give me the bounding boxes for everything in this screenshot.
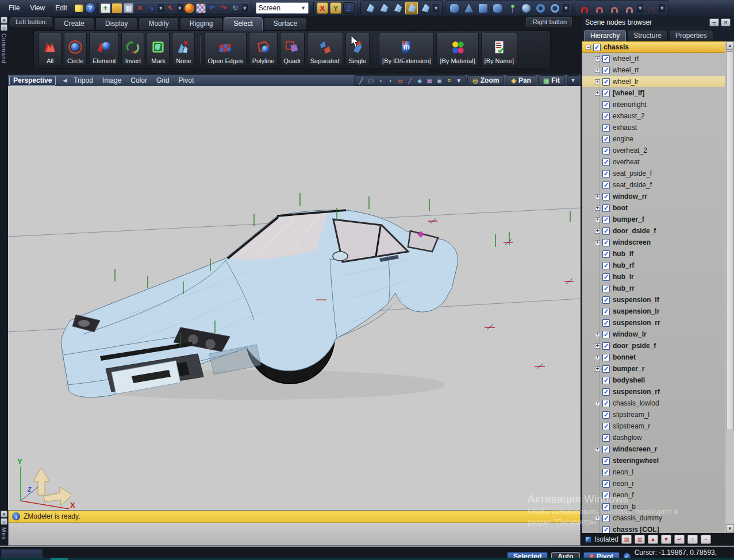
tree-item[interactable]: +✓boot [582, 202, 725, 214]
visibility-checkbox[interactable]: ✓ [602, 227, 610, 235]
close-icon[interactable]: ✕ [1, 17, 7, 24]
visibility-checkbox[interactable]: ✓ [602, 480, 610, 488]
visibility-checkbox[interactable]: ✓ [602, 446, 610, 453]
visibility-checkbox[interactable]: ✓ [602, 55, 610, 63]
visibility-checkbox[interactable]: ✓ [602, 273, 610, 281]
tree-item[interactable]: ✓suspension_lr [582, 306, 725, 317]
tree-item[interactable]: +✓bonnet [582, 352, 725, 363]
expander-icon[interactable]: + [595, 194, 600, 199]
poly-tool-button[interactable] [378, 2, 390, 14]
tree-item[interactable]: ✓overheat_2 [582, 145, 725, 156]
select-tool-button[interactable]: Circle [64, 33, 87, 66]
render-mode-icon[interactable]: ▣ [435, 76, 444, 85]
toolbar-icon[interactable]: ↷ [219, 3, 229, 13]
expander-icon[interactable]: + [595, 206, 600, 211]
tree-item[interactable]: +✓windscreen [582, 237, 725, 248]
primitive-button[interactable] [463, 2, 475, 14]
tree-item[interactable]: +✓[wheel_lf] [582, 87, 725, 99]
visibility-checkbox[interactable]: ✓ [602, 515, 610, 522]
primitive-button[interactable] [491, 2, 504, 14]
visibility-checkbox[interactable]: ✓ [602, 170, 610, 177]
collapse-arrow-icon[interactable]: ◀ [63, 78, 67, 83]
reparent-icon[interactable]: ↵ [674, 535, 685, 544]
visibility-checkbox[interactable]: ✓ [602, 67, 610, 74]
tree-item[interactable]: ✓seat_dside_f [582, 179, 725, 191]
tree-item[interactable]: ✓hub_rf [582, 260, 725, 271]
visibility-checkbox[interactable]: ✓ [602, 434, 610, 442]
tree-item[interactable]: +✓door_pside_f [582, 340, 725, 352]
tree-item[interactable]: −✓chassis [582, 41, 725, 53]
browser-tab[interactable]: Structure [627, 30, 668, 41]
axis-toggle-button[interactable]: Y [330, 2, 341, 14]
visibility-checkbox[interactable]: ✓ [602, 113, 610, 120]
tree-item[interactable]: +✓wheel_rr [582, 64, 725, 76]
visibility-checkbox[interactable]: ✓ [602, 136, 610, 143]
visibility-checkbox[interactable]: ✓ [602, 526, 610, 534]
select-tool-button[interactable]: Open Edges [204, 33, 246, 66]
visibility-checkbox[interactable]: ✓ [602, 457, 610, 465]
axis-toggle-button[interactable]: X [317, 2, 328, 14]
remove-node-icon[interactable]: − [701, 535, 711, 544]
tree-item[interactable]: ✓slipstream_r [582, 420, 725, 432]
visibility-checkbox[interactable]: ✓ [602, 124, 610, 132]
toolbar-icon[interactable]: ▥ [124, 3, 133, 13]
visibility-checkbox[interactable]: ✓ [602, 377, 610, 384]
toolbar-icon[interactable] [196, 3, 206, 13]
visibility-checkbox[interactable]: ✓ [602, 181, 610, 189]
dropdown-icon[interactable]: ▼ [659, 4, 665, 12]
visibility-checkbox[interactable]: ✓ [602, 354, 610, 361]
visibility-checkbox[interactable]: ✓ [602, 296, 610, 304]
expander-icon[interactable]: + [595, 91, 600, 96]
scroll-down-icon[interactable]: ▼ [726, 524, 734, 533]
tree-item[interactable]: +✓chassis_lowlod [582, 397, 725, 409]
visibility-checkbox[interactable]: ✓ [602, 503, 610, 511]
render-mode-icon[interactable]: ╱ [405, 76, 414, 85]
toolbar-icon[interactable] [185, 3, 194, 13]
menu-item[interactable]: View [25, 3, 50, 13]
tree-item[interactable]: +✓chassis_dummy [582, 512, 725, 524]
message-row[interactable]: i ZModeler is ready. [9, 511, 580, 523]
viewport-dropdown-button[interactable]: ▼ [567, 75, 579, 86]
tree-item[interactable]: +✓wheel_lr [582, 76, 725, 87]
toolbar-icon[interactable]: ▼ [177, 4, 183, 12]
tree-item[interactable]: ✓neon_f [582, 489, 725, 501]
toolbar-icon[interactable]: + [101, 3, 110, 13]
visibility-checkbox[interactable]: ✓ [602, 78, 610, 86]
primitive-button[interactable] [448, 2, 461, 14]
primitive-button[interactable] [520, 2, 533, 14]
poly-tool-button[interactable] [391, 2, 404, 14]
tree-item[interactable]: ✓suspension_lf [582, 294, 725, 306]
magnet-button[interactable] [593, 2, 606, 14]
select-tool-button[interactable]: ID [By ID/Extension] [379, 33, 434, 66]
expander-icon[interactable]: + [595, 401, 600, 406]
view-mode-button[interactable]: Perspective [9, 76, 56, 86]
tree-item[interactable]: ✓bodyshell [582, 374, 725, 386]
viewport-nav-button[interactable]: ▣Fit [538, 75, 565, 86]
viewport-menu-link[interactable]: Grid [156, 76, 170, 84]
magnet-button[interactable] [608, 2, 621, 14]
viewport-canvas[interactable]: Y X Z [8, 86, 581, 510]
dropdown-icon[interactable]: ▼ [433, 4, 439, 12]
tree-item[interactable]: ✓engine [582, 133, 725, 145]
expander-icon[interactable]: + [595, 366, 600, 372]
primitive-button[interactable] [506, 2, 518, 14]
expander-icon[interactable]: + [595, 332, 600, 337]
viewport-nav-button[interactable]: ◈Pan [506, 75, 536, 86]
dropdown-icon[interactable]: ▼ [637, 4, 643, 12]
expander-icon[interactable]: + [595, 343, 600, 349]
viewport-menu-link[interactable]: Tripod [74, 76, 93, 84]
select-tool-button[interactable]: [By Name] [481, 33, 517, 66]
expander-icon[interactable]: + [595, 217, 600, 222]
render-mode-icon[interactable]: ▤ [395, 76, 405, 85]
visibility-checkbox[interactable]: ✓ [602, 90, 610, 97]
scrollbar-thumb[interactable] [726, 51, 734, 430]
render-mode-icon[interactable]: ╱ [356, 76, 366, 85]
poly-tool-button[interactable] [364, 2, 376, 14]
toolbar-icon[interactable]: ✕ [135, 3, 145, 13]
hierarchy-tree[interactable]: −✓chassis+✓wheel_rf+✓wheel_rr+✓wheel_lr+… [582, 41, 734, 533]
visibility-checkbox[interactable]: ✓ [602, 365, 610, 373]
select-tool-button[interactable]: All [39, 33, 62, 66]
select-tool-button[interactable]: [By Material] [436, 33, 478, 66]
render-mode-icon[interactable]: ◆ [415, 76, 424, 85]
dropdown-icon[interactable]: ▼ [563, 4, 569, 12]
